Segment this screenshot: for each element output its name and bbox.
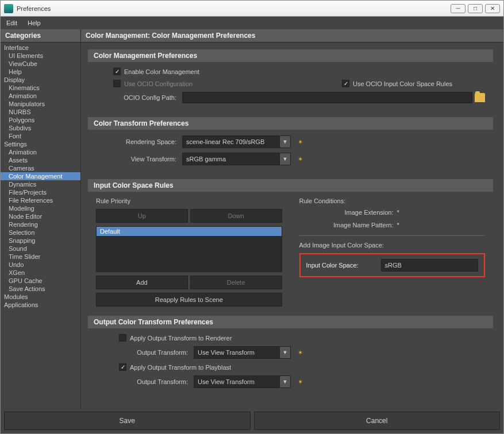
- output-transform-dropdown-2[interactable]: Use View Transform: [194, 375, 280, 388]
- rule-up-button[interactable]: Up: [96, 209, 188, 223]
- rule-priority-label: Rule Priority: [96, 197, 282, 204]
- apply-renderer-checkbox[interactable]: [119, 334, 126, 342]
- use-ocio-config-checkbox[interactable]: [113, 80, 121, 87]
- section-output-title: Output Color Transform Preferences: [88, 316, 493, 328]
- use-ocio-config-label: Use OCIO Configuration: [124, 80, 193, 87]
- sidebar-item-color-management[interactable]: Color Management: [1, 172, 80, 180]
- sidebar-item-help[interactable]: Help: [1, 68, 80, 76]
- close-button[interactable]: ✕: [485, 4, 500, 13]
- section-input-rules-title: Input Color Space Rules: [88, 179, 493, 192]
- rendering-space-label: Rendering Space:: [96, 138, 182, 145]
- image-ext-value: *: [397, 209, 399, 216]
- input-cs-dropdown[interactable]: sRGB: [381, 259, 479, 272]
- rendering-space-dropdown[interactable]: scene-linear Rec 709/sRGB: [182, 135, 280, 148]
- maximize-button[interactable]: □: [468, 4, 483, 13]
- chevron-down-icon[interactable]: ▼: [279, 153, 291, 165]
- rule-add-button[interactable]: Add: [96, 276, 188, 289]
- save-button[interactable]: Save: [4, 412, 251, 430]
- section-cm-prefs-title: Color Management Preferences: [88, 49, 493, 62]
- minimize-button[interactable]: ─: [451, 4, 465, 13]
- sidebar-item-animation[interactable]: Animation: [1, 148, 80, 156]
- image-ext-label: Image Extension:: [299, 209, 397, 216]
- titlebar: Preferences ─ □ ✕: [1, 1, 503, 17]
- input-color-space-highlight: Input Color Space: sRGB: [299, 253, 486, 277]
- apply-playblast-checkbox[interactable]: [119, 363, 126, 371]
- view-transform-dropdown[interactable]: sRGB gamma: [182, 153, 280, 165]
- sidebar-item-font[interactable]: Font: [1, 132, 80, 140]
- gear-icon[interactable]: ✶: [295, 154, 305, 164]
- section-ct-prefs-title: Color Transform Preferences: [88, 117, 493, 130]
- sidebar-item-undo[interactable]: Undo: [1, 261, 80, 269]
- sidebar-item-save-actions[interactable]: Save Actions: [1, 285, 80, 293]
- sidebar-item-nurbs[interactable]: NURBS: [1, 108, 80, 116]
- sidebar-item-time-slider[interactable]: Time Slider: [1, 253, 80, 261]
- sidebar-item-viewcube[interactable]: ViewCube: [1, 60, 80, 68]
- reapply-rules-button[interactable]: Reapply Rules to Scene: [96, 293, 282, 307]
- chevron-down-icon[interactable]: ▼: [279, 346, 291, 359]
- output-transform-label-1: Output Transform:: [96, 349, 194, 356]
- sidebar-item-ui-elements[interactable]: UI Elements: [1, 52, 80, 60]
- rule-down-button[interactable]: Down: [190, 209, 282, 223]
- sidebar-item-animation[interactable]: Animation: [1, 92, 80, 100]
- sidebar-item-interface[interactable]: Interface: [1, 44, 80, 52]
- view-transform-label: View Transform:: [96, 156, 182, 162]
- apply-renderer-label: Apply Output Transform to Renderer: [130, 335, 232, 342]
- window-title: Preferences: [17, 5, 51, 12]
- menu-edit[interactable]: Edit: [6, 20, 17, 26]
- chevron-down-icon[interactable]: ▼: [279, 375, 291, 388]
- input-cs-label: Input Color Space:: [306, 262, 381, 269]
- sidebar-item-settings[interactable]: Settings: [1, 140, 80, 148]
- sidebar-item-snapping[interactable]: Snapping: [1, 237, 80, 245]
- apply-playblast-label: Apply Output Transform to Playblast: [130, 364, 231, 371]
- sidebar-item-node-editor[interactable]: Node Editor: [1, 212, 80, 220]
- sidebar-item-files-projects[interactable]: Files/Projects: [1, 188, 80, 196]
- rule-listbox[interactable]: Default: [96, 226, 282, 272]
- gear-icon[interactable]: ✶: [295, 377, 305, 386]
- use-ocio-rules-checkbox[interactable]: [342, 80, 349, 87]
- output-transform-label-2: Output Transform:: [96, 378, 194, 385]
- sidebar-item-manipulators[interactable]: Manipulators: [1, 100, 80, 108]
- rule-conditions-label: Rule Conditions:: [299, 197, 486, 204]
- menubar: Edit Help: [1, 17, 503, 29]
- gear-icon[interactable]: ✶: [295, 348, 305, 357]
- use-ocio-rules-label: Use OCIO Input Color Space Rules: [353, 80, 485, 87]
- add-color-space-label: Add Image Input Color Space:: [299, 242, 486, 249]
- output-transform-dropdown-1[interactable]: Use View Transform: [194, 346, 280, 359]
- sidebar-item-cameras[interactable]: Cameras: [1, 164, 80, 172]
- sidebar-item-dynamics[interactable]: Dynamics: [1, 180, 80, 188]
- sidebar-item-file-references[interactable]: File References: [1, 196, 80, 204]
- sidebar-item-rendering[interactable]: Rendering: [1, 220, 80, 228]
- chevron-down-icon[interactable]: ▼: [279, 135, 291, 148]
- sidebar-item-subdivs[interactable]: Subdivs: [1, 124, 80, 132]
- enable-cm-checkbox[interactable]: [113, 68, 121, 75]
- sidebar: Categories InterfaceUI ElementsViewCubeH…: [1, 29, 81, 408]
- sidebar-item-display[interactable]: Display: [1, 76, 80, 84]
- category-list: InterfaceUI ElementsViewCubeHelpDisplayK…: [1, 42, 80, 408]
- sidebar-item-kinematics[interactable]: Kinematics: [1, 84, 80, 92]
- ocio-path-input[interactable]: [182, 92, 472, 103]
- image-pattern-value: *: [397, 222, 399, 228]
- sidebar-item-modules[interactable]: Modules: [1, 293, 80, 301]
- sidebar-item-gpu-cache[interactable]: GPU Cache: [1, 277, 80, 285]
- sidebar-item-selection[interactable]: Selection: [1, 228, 80, 237]
- image-pattern-label: Image Name Pattern:: [299, 222, 397, 228]
- menu-help[interactable]: Help: [28, 20, 41, 26]
- enable-cm-label: Enable Color Management: [124, 68, 199, 75]
- ocio-path-label: OCIO Config Path:: [96, 94, 182, 101]
- sidebar-item-sound[interactable]: Sound: [1, 245, 80, 253]
- sidebar-item-applications[interactable]: Applications: [1, 301, 80, 309]
- sidebar-item-modeling[interactable]: Modeling: [1, 204, 80, 212]
- gear-icon[interactable]: ✶: [295, 137, 305, 146]
- main-header: Color Management: Color Management Prefe…: [81, 29, 503, 42]
- sidebar-header: Categories: [1, 29, 80, 42]
- browse-folder-icon[interactable]: [475, 93, 485, 102]
- sidebar-item-assets[interactable]: Assets: [1, 156, 80, 164]
- rule-delete-button[interactable]: Delete: [190, 276, 282, 289]
- app-icon: [4, 4, 13, 13]
- rule-item-default[interactable]: Default: [97, 227, 282, 236]
- sidebar-item-xgen[interactable]: XGen: [1, 269, 80, 277]
- sidebar-item-polygons[interactable]: Polygons: [1, 116, 80, 124]
- cancel-button[interactable]: Cancel: [254, 412, 501, 430]
